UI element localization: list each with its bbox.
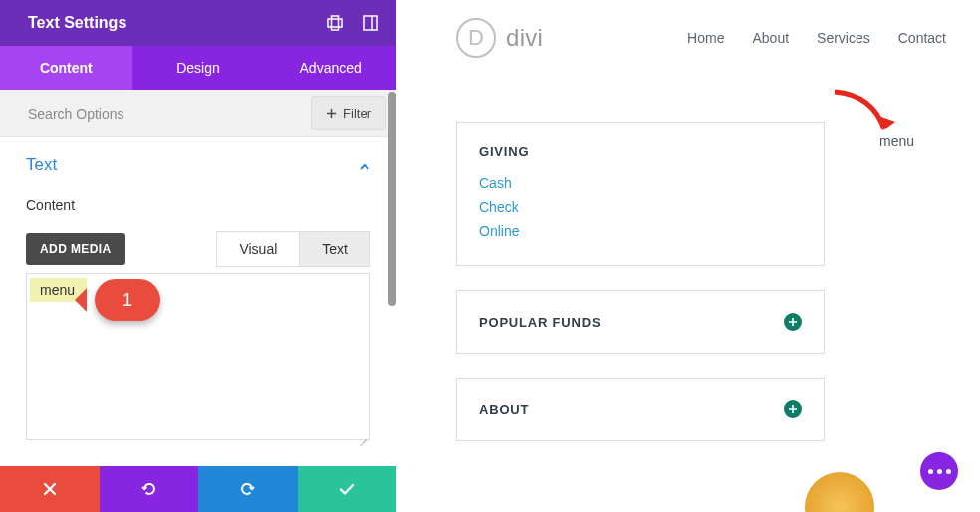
preview-body: menu GIVING Cash Check Online POPULAR FU… xyxy=(456,122,946,441)
nav-home[interactable]: Home xyxy=(687,30,724,46)
svg-rect-1 xyxy=(332,16,339,30)
tab-design[interactable]: Design xyxy=(132,46,265,90)
logo-mark: D xyxy=(456,18,496,58)
accordion-item-giving: GIVING Cash Check Online xyxy=(456,122,825,266)
filter-label: Filter xyxy=(343,106,371,121)
scrollbar-thumb[interactable] xyxy=(388,92,396,306)
expand-icon xyxy=(784,400,802,418)
accordion-toggle-giving[interactable]: GIVING xyxy=(457,123,824,171)
expand-icon xyxy=(784,313,802,331)
filter-button[interactable]: Filter xyxy=(311,96,386,130)
accordion: GIVING Cash Check Online POPULAR FUNDS xyxy=(456,122,825,441)
logo-text: divi xyxy=(506,24,543,52)
page-settings-fab[interactable] xyxy=(920,452,958,490)
search-input[interactable] xyxy=(0,92,311,135)
site-logo[interactable]: D divi xyxy=(456,18,543,58)
annotation-callout-1: 1 xyxy=(95,279,160,321)
dot-icon xyxy=(946,469,951,474)
accordion-title: POPULAR FUNDS xyxy=(479,315,601,330)
nav-about[interactable]: About xyxy=(752,30,789,46)
search-row: Filter xyxy=(0,90,396,137)
nav-contact[interactable]: Contact xyxy=(898,30,946,46)
accordion-body-giving: Cash Check Online xyxy=(457,171,824,265)
cancel-button[interactable] xyxy=(0,466,100,512)
accordion-title: GIVING xyxy=(479,144,529,159)
accordion-item-popular-funds: POPULAR FUNDS xyxy=(456,290,825,354)
decorative-sun-icon xyxy=(805,472,874,512)
svg-rect-0 xyxy=(328,19,342,27)
main-nav: Home About Services Contact xyxy=(687,30,946,46)
field-label-content: Content xyxy=(26,197,370,213)
link-online[interactable]: Online xyxy=(479,219,802,243)
editor-tab-text[interactable]: Text xyxy=(300,231,370,267)
panel-tabs: Content Design Advanced xyxy=(0,46,396,90)
expand-icon[interactable] xyxy=(363,15,378,31)
link-check[interactable]: Check xyxy=(479,195,802,219)
wireframe-icon[interactable] xyxy=(327,15,343,31)
section-text: Text Content ADD MEDIA Visual Text menu xyxy=(0,137,396,444)
accordion-toggle-about[interactable]: ABOUT xyxy=(457,379,824,440)
save-button[interactable] xyxy=(298,466,397,512)
section-toggle[interactable]: Text xyxy=(26,155,370,175)
editor-mode-tabs: Visual Text xyxy=(216,231,370,267)
nav-services[interactable]: Services xyxy=(817,30,870,46)
panel-actions xyxy=(0,466,396,512)
tab-advanced[interactable]: Advanced xyxy=(264,46,396,90)
link-cash[interactable]: Cash xyxy=(479,171,802,195)
editor-tab-visual[interactable]: Visual xyxy=(216,231,300,267)
settings-panel: Text Settings Content Design Advanced Fi… xyxy=(0,0,396,512)
preview-pane: D divi Home About Services Contact menu … xyxy=(396,0,980,512)
panel-title: Text Settings xyxy=(28,14,126,32)
chevron-up-icon xyxy=(359,159,370,171)
module-output-text: menu xyxy=(879,133,914,149)
redo-button[interactable] xyxy=(198,466,298,512)
site-header: D divi Home About Services Contact xyxy=(456,18,946,58)
section-title: Text xyxy=(26,155,57,175)
add-media-button[interactable]: ADD MEDIA xyxy=(26,233,125,265)
tab-content[interactable]: Content xyxy=(0,46,132,90)
accordion-item-about: ABOUT xyxy=(456,378,825,441)
undo-button[interactable] xyxy=(100,466,199,512)
dot-icon xyxy=(928,469,933,474)
panel-header: Text Settings xyxy=(0,0,396,46)
panel-header-actions xyxy=(327,15,378,31)
editor-toolbar: ADD MEDIA Visual Text xyxy=(26,231,370,267)
svg-rect-2 xyxy=(364,16,377,30)
dot-icon xyxy=(937,469,942,474)
accordion-toggle-popular-funds[interactable]: POPULAR FUNDS xyxy=(457,291,824,353)
accordion-title: ABOUT xyxy=(479,402,529,417)
plus-icon xyxy=(326,108,337,119)
callout-number: 1 xyxy=(122,290,132,311)
